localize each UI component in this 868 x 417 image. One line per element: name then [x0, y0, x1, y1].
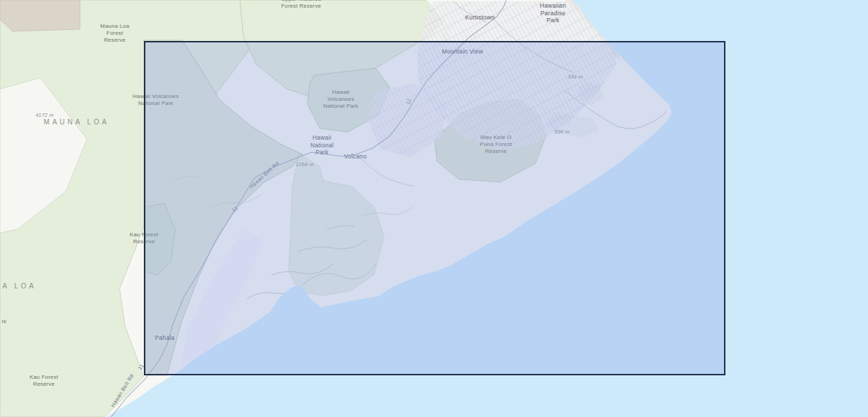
selection-rectangle[interactable] — [144, 41, 725, 375]
map-viewport[interactable]: Upper Waiakea Forest Reserve Mauna Loa F… — [0, 0, 868, 417]
